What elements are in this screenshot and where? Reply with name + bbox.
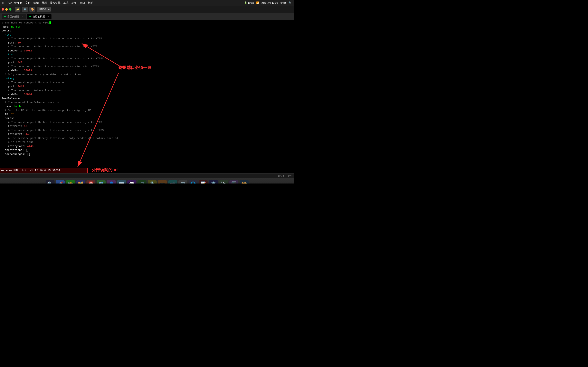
apple-menu[interactable]:  [2,1,3,5]
line-26: # The service port Harbor listens on whe… [2,120,292,125]
line-2: name: harbor [2,25,292,29]
tabbar: 自己的机器 ✕ 自己的机器 ✕ [0,13,294,20]
cursor-position: 60,34 [278,174,284,177]
scroll-percent: 8% [288,174,291,177]
menu-help[interactable]: 帮助 [88,1,93,5]
username: fengzi [280,1,286,4]
line-4: http: [2,33,292,37]
menu-file[interactable]: 文件 [25,1,31,5]
line-21: # The name of LoadBalancer service [2,100,292,105]
dock-icon-facetime[interactable]: 📹 [168,180,177,184]
tab-1-close[interactable]: ✕ [22,16,24,18]
line-24: IP: "" [2,112,292,117]
line-17: port: 4443 [2,84,292,89]
dock-icon-wechat[interactable]: 💬 [127,180,136,184]
traffic-lights [2,8,11,11]
line-6: port: 80 [2,41,292,45]
tab-1-dot [4,16,6,17]
dock-icon-launchpad[interactable]: 🚀 [56,180,65,184]
line-22: name: harbor [2,105,292,108]
line-9: https: [2,53,292,57]
dock-icon-calendar[interactable]: 📅 [86,180,95,184]
dock-icon-music[interactable]: 🎵 [137,180,146,184]
dock-icon-lens[interactable]: 🔭 [219,180,228,184]
tab-2-dot [29,16,31,17]
dock-icon-wps[interactable]: 📝 [199,180,208,184]
menubar:  ZenTermLite 文件 编辑 显示 搜索引擎 工具 标签 窗口 帮助 … [0,0,294,6]
tab-2[interactable]: 自己的机器 ✕ [27,14,51,19]
dock-icon-files[interactable]: 📂 [240,180,249,184]
line-10: # The service port Harbor listens on whe… [2,57,292,61]
line-27: httpPort: 80 [2,124,292,128]
menubar-right: 🔋 100% 📶 周五 上午10:06 fengzi 🔍 [244,1,291,5]
line-16: # The service port Notary listens on [2,81,292,85]
wifi-status: 📶 [256,1,259,4]
line-1-text: # The name of NodePort service [2,21,51,25]
menu-tools[interactable]: 工具 [63,1,69,5]
maximize-button[interactable] [9,8,11,11]
line-3: ports: [2,29,292,33]
toolbar: 📁 ⚙️ 🎨 UTF-8 GBK ASCII [0,6,294,13]
port-annotation: 这里端口必须一致 [119,65,151,71]
app-name[interactable]: ZenTermLite [8,1,22,5]
line-25: ports: [2,116,292,120]
menubar-items: ZenTermLite 文件 编辑 显示 搜索引擎 工具 标签 窗口 帮助 [8,1,93,5]
menu-search[interactable]: 搜索引擎 [50,1,60,5]
statusbar: 60,34 8% [0,173,294,178]
battery-status: 🔋 100% [244,1,254,4]
url-annotation: 外部访问的url [92,167,118,173]
dock-icon-spotlight[interactable]: 🔍 [46,180,55,184]
minimize-button[interactable] [5,8,8,11]
menu-labels[interactable]: 标签 [71,1,77,5]
line-19: nodePort: 30004 [2,92,292,97]
line-28: # The service port Harbor listens on whe… [2,128,292,133]
line-30: # The service port Notary listens on. On… [2,136,292,141]
line-11: port: 443 [2,61,292,65]
dock-icon-photos[interactable]: 📸 [66,180,75,184]
dock-icon-maps[interactable]: 🗺️ [97,180,106,184]
tab-1-label: 自己的机器 [7,15,20,18]
line-23: # Set the IP if the LoadBalancer support… [2,108,292,112]
dock-icon-appletv[interactable]: 📺 [158,180,167,184]
dock-icon-zenterm[interactable]: 🖥️ [230,180,239,184]
dock-icon-chrome[interactable]: 🌐 [188,180,197,184]
line-14: # Only needed when notary.enabled is set… [2,73,292,77]
close-button[interactable] [2,8,4,11]
line-32: notaryPort: 4443 [2,144,292,148]
search-icon[interactable]: 🔍 [289,1,291,4]
datetime: 周五 上午10:06 [261,1,278,5]
folder-icon[interactable]: 📁 [15,7,20,12]
externalurl-highlight: externalURL: http://172.16.0.15:30002 [0,168,88,173]
externalurl-text: externalURL: http://172.16.0.15:30002 [0,169,61,173]
menu-edit[interactable]: 编辑 [34,1,39,5]
line-15: notary: [2,76,292,81]
encoding-select[interactable]: UTF-8 GBK ASCII [37,7,51,12]
menu-view[interactable]: 显示 [42,1,47,5]
tab-1[interactable]: 自己的机器 ✕ [2,14,26,19]
line-31: # is set to true [2,140,292,144]
dock-icon-finder[interactable]: 🗂️ [76,180,85,184]
dock-icon-mail[interactable]: ✉️ [117,180,126,184]
dock-icon-terminal[interactable]: 💻 [178,180,187,184]
tab-2-label: 自己的机器 [33,15,45,18]
line-34: sourceRanges: [] [2,152,292,156]
line-29: httpsPort: 443 [2,132,292,136]
settings-icon[interactable]: ⚙️ [22,7,28,12]
line-7: # The node port Harbor listens on when s… [2,45,292,49]
menu-window[interactable]: 窗口 [80,1,85,5]
terminal[interactable]: # The name of NodePort service name: har… [0,20,294,173]
line-20: loadBalancer: [2,97,292,101]
tab-2-close[interactable]: ✕ [47,16,49,18]
line-33: annotations: {} [2,148,292,152]
dock: 🔍 🚀 📸 🗂️ 📅 🗺️ 👤 ✉️ 💬 🎵 🎙️ 📺 📹 💻 🌐 📝 ⚙️ 🔭… [0,178,294,184]
line-1: # The name of NodePort service [2,21,292,25]
line-8: nodePort: 30002 [2,49,292,53]
dock-icon-contacts[interactable]: 👤 [107,180,116,184]
line-18: # The node port Notary listens on [2,89,292,93]
dock-icon-settings[interactable]: ⚙️ [209,180,218,184]
dock-icon-podcast[interactable]: 🎙️ [148,180,157,184]
line-5: # The service port Harbor listens on whe… [2,37,292,41]
color-icon[interactable]: 🎨 [29,7,35,12]
